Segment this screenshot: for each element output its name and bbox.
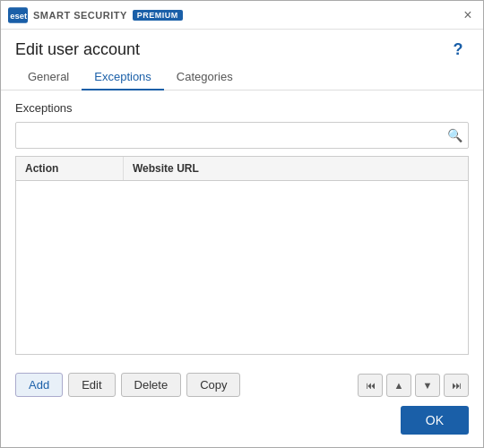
table-header: Action Website URL	[16, 157, 468, 181]
tab-categories[interactable]: Categories	[164, 65, 246, 90]
premium-badge: PREMIUM	[133, 10, 183, 21]
section-label: Exceptions	[15, 101, 469, 115]
edit-button[interactable]: Edit	[68, 373, 115, 397]
dialog-window: eset SMART SECURITY PREMIUM × Edit user …	[0, 0, 484, 448]
title-bar: eset SMART SECURITY PREMIUM ×	[1, 1, 483, 30]
tab-bar: General Exceptions Categories	[1, 65, 483, 90]
search-row: 🔍	[15, 122, 469, 149]
smart-security-label: SMART SECURITY	[33, 10, 127, 21]
copy-button[interactable]: Copy	[186, 373, 240, 397]
nav-up-button[interactable]: ▲	[386, 374, 411, 397]
dialog-header: Edit user account ?	[1, 30, 483, 65]
footer-buttons: Add Edit Delete Copy ⏮ ▲ ▼ ⏭	[1, 366, 483, 406]
content-area: Exceptions 🔍 Action Website URL	[1, 90, 483, 366]
delete-button[interactable]: Delete	[121, 373, 182, 397]
search-input[interactable]	[22, 125, 447, 146]
nav-top-button[interactable]: ⏮	[358, 374, 383, 397]
tab-general[interactable]: General	[15, 65, 82, 90]
eset-brand-icon: eset	[8, 7, 28, 23]
help-button[interactable]: ?	[447, 40, 469, 59]
column-website-url: Website URL	[124, 157, 468, 180]
nav-down-button[interactable]: ▼	[415, 374, 440, 397]
nav-bottom-button[interactable]: ⏭	[444, 374, 469, 397]
ok-row: OK	[1, 406, 483, 447]
table-body	[16, 181, 468, 351]
nav-buttons: ⏮ ▲ ▼ ⏭	[358, 374, 469, 397]
search-icon[interactable]: 🔍	[447, 128, 462, 142]
add-button[interactable]: Add	[15, 373, 63, 397]
svg-text:eset: eset	[10, 10, 28, 20]
exceptions-table: Action Website URL	[15, 156, 469, 355]
column-action: Action	[16, 157, 124, 180]
dialog-title: Edit user account	[15, 40, 140, 59]
tab-exceptions[interactable]: Exceptions	[82, 65, 164, 90]
eset-logo: eset	[8, 7, 28, 23]
logo-area: eset SMART SECURITY PREMIUM	[8, 7, 460, 23]
ok-button[interactable]: OK	[401, 406, 469, 435]
close-button[interactable]: ×	[460, 7, 476, 23]
